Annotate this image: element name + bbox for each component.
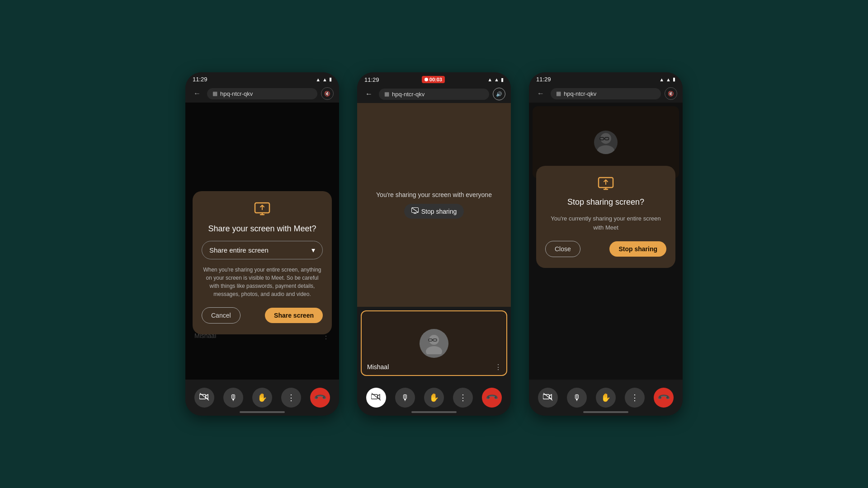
- url-bar-1[interactable]: ▦ hpq-ntcr-qkv: [207, 88, 317, 99]
- mic-button-2[interactable]: 🎙: [395, 388, 415, 408]
- participant-name-2: Mishaal: [367, 363, 389, 371]
- stop-modal-title: Stop sharing screen?: [545, 197, 666, 207]
- end-call-button-1[interactable]: 📞: [310, 388, 330, 408]
- recording-time: 00:03: [429, 77, 442, 82]
- status-bar-2: 11:29 00:03 ▲ ▲ ▮: [357, 72, 511, 85]
- modal-icon: [202, 202, 323, 219]
- share-modal: Share your screen with Meet? Share entir…: [193, 191, 332, 334]
- hand-icon-2: ✋: [429, 393, 439, 403]
- participant-section-2: Mishaal ⋮: [357, 307, 511, 380]
- status-icons-1: ▲ ▲ ▮: [316, 76, 332, 82]
- sound-button-2[interactable]: 🔊: [493, 88, 505, 100]
- phone1-main: Mishaal ⋮ Share your screen with Meet? S…: [185, 103, 339, 380]
- browser-bar-2: ← ▦ hpq-ntcr-qkv 🔊: [357, 85, 511, 103]
- participant-card-2: Mishaal ⋮: [361, 310, 507, 376]
- hand-icon-3: ✋: [601, 393, 611, 403]
- calendar-icon-3: ▦: [556, 90, 561, 97]
- phone-frame-3: 11:29 ▲ ▲ ▮ ← ▦ hpq-ntcr-qkv 🔇: [529, 72, 683, 416]
- avatar-2: [420, 329, 448, 358]
- bottom-toolbar-2: 🎙 ✋ ⋮ 📞: [357, 380, 511, 416]
- url-text-3: hpq-ntcr-qkv: [564, 90, 596, 97]
- bottom-toolbar-3: 🎙 ✋ ⋮ 📞: [529, 380, 683, 416]
- mic-icon-2: 🎙: [401, 393, 409, 403]
- wifi-icon-2: ▲: [487, 77, 492, 82]
- sharing-text: You're sharing your screen with everyone: [376, 191, 492, 198]
- status-center: 00:03: [422, 76, 445, 83]
- end-call-button-2[interactable]: 📞: [482, 388, 502, 408]
- sound-button-3[interactable]: 🔇: [665, 87, 677, 100]
- back-button-3[interactable]: ←: [534, 87, 547, 100]
- stop-modal-buttons: Close Stop sharing: [545, 241, 666, 257]
- recording-badge: 00:03: [422, 76, 445, 83]
- phone-frame-1: 11:29 ▲ ▲ ▮ ← ▦ hpq-ntcr-qkv 🔇: [185, 72, 339, 416]
- camera-off-icon-3: [543, 393, 553, 403]
- browser-bar-1: ← ▦ hpq-ntcr-qkv 🔇: [185, 84, 339, 103]
- more-icon-1: ⋮: [287, 393, 295, 403]
- signal-icon-2: ▲: [494, 77, 499, 82]
- mic-icon-3: 🎙: [573, 393, 581, 403]
- mic-button-3[interactable]: 🎙: [567, 388, 587, 408]
- wifi-icon-3: ▲: [659, 77, 664, 82]
- stop-sharing-confirm-button[interactable]: Stop sharing: [609, 241, 666, 257]
- sound-button-1[interactable]: 🔇: [321, 87, 334, 100]
- back-button-1[interactable]: ←: [191, 87, 203, 100]
- battery-icon-1: ▮: [329, 76, 332, 82]
- svg-point-8: [429, 335, 439, 345]
- mic-button-1[interactable]: 🎙: [223, 388, 243, 408]
- sound-icon-1: 🔇: [324, 91, 330, 97]
- svg-point-9: [426, 346, 442, 354]
- end-call-button-3[interactable]: 📞: [654, 388, 674, 408]
- hand-icon-1: ✋: [257, 393, 267, 403]
- modal-warning-text: When you're sharing your entire screen, …: [202, 266, 323, 298]
- more-icon-2: ⋮: [459, 393, 467, 403]
- status-bar-1: 11:29 ▲ ▲ ▮: [185, 72, 339, 84]
- dropdown-label: Share entire screen: [209, 246, 269, 254]
- status-icons-3: ▲ ▲ ▮: [659, 76, 675, 82]
- more-button-2[interactable]: ⋮: [453, 388, 473, 408]
- modal-title: Share your screen with Meet?: [202, 224, 323, 234]
- signal-icon-1: ▲: [322, 77, 327, 82]
- status-bar-3: 11:29 ▲ ▲ ▮: [529, 72, 683, 84]
- hand-button-3[interactable]: ✋: [596, 388, 616, 408]
- status-icons-2: ▲ ▲ ▮: [487, 77, 504, 83]
- sound-icon-2: 🔊: [496, 91, 502, 97]
- camera-off-button-3[interactable]: [538, 388, 558, 408]
- dropdown-selector[interactable]: Share entire screen ▾: [202, 241, 323, 259]
- status-time-1: 11:29: [193, 76, 208, 83]
- stop-share-icon: [411, 207, 419, 215]
- svg-line-7: [412, 208, 418, 212]
- screen-preview: You're sharing your screen with everyone…: [357, 103, 511, 307]
- stop-modal-subtitle: You're currently sharing your entire scr…: [545, 214, 666, 232]
- close-button[interactable]: Close: [545, 241, 580, 257]
- stop-modal-icon: [545, 177, 666, 192]
- url-bar-2[interactable]: ▦ hpq-ntcr-qkv: [379, 89, 489, 100]
- stop-sharing-modal: Stop sharing screen? You're currently sh…: [536, 166, 675, 268]
- chevron-down-icon: ▾: [311, 246, 315, 254]
- stop-sharing-button[interactable]: Stop sharing: [404, 204, 464, 219]
- back-button-2[interactable]: ←: [363, 88, 375, 100]
- url-text-1: hpq-ntcr-qkv: [220, 90, 253, 97]
- status-time-3: 11:29: [536, 76, 551, 83]
- camera-off-button-1[interactable]: [194, 388, 214, 408]
- more-icon-3: ⋮: [631, 393, 639, 403]
- cancel-button[interactable]: Cancel: [202, 307, 241, 324]
- screen-share-icon: [254, 202, 270, 219]
- url-bar-3[interactable]: ▦ hpq-ntcr-qkv: [551, 88, 661, 99]
- participant-menu-2[interactable]: ⋮: [495, 363, 502, 371]
- stop-sharing-label: Stop sharing: [421, 208, 457, 215]
- end-call-icon-3: 📞: [656, 390, 670, 404]
- calendar-icon-2: ▦: [384, 91, 389, 97]
- mic-icon-1: 🎙: [229, 393, 237, 403]
- signal-icon-3: ▲: [666, 77, 671, 82]
- more-button-3[interactable]: ⋮: [625, 388, 645, 408]
- battery-icon-3: ▮: [673, 76, 675, 82]
- more-button-1[interactable]: ⋮: [281, 388, 301, 408]
- camera-off-button-2[interactable]: [366, 388, 386, 408]
- hand-button-1[interactable]: ✋: [252, 388, 272, 408]
- battery-icon-2: ▮: [501, 77, 504, 83]
- sound-icon-3: 🔇: [668, 91, 674, 97]
- phone3-main: Mishaal ⋮ Stop sharing screen? You're cu…: [529, 103, 683, 380]
- hand-button-2[interactable]: ✋: [424, 388, 444, 408]
- modal-buttons: Cancel Share screen: [202, 307, 323, 324]
- share-screen-button[interactable]: Share screen: [265, 308, 323, 323]
